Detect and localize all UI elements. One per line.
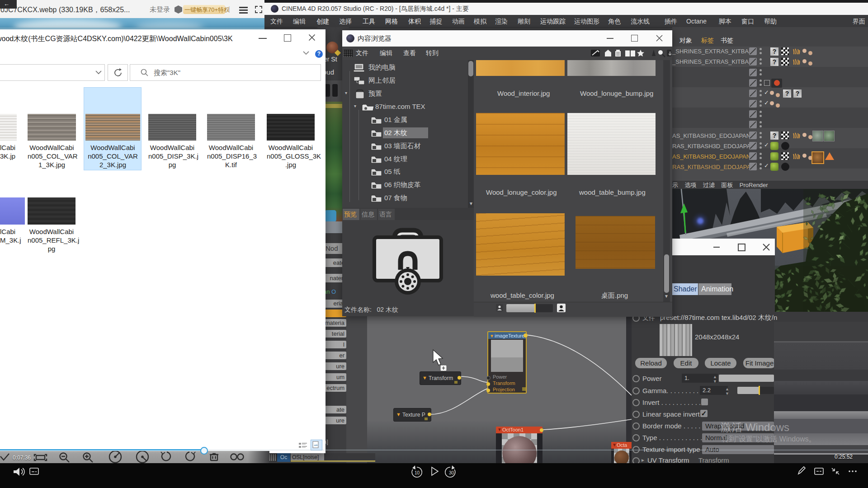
svg-text:30: 30 (449, 470, 454, 475)
svg-text:10: 10 (415, 470, 420, 475)
